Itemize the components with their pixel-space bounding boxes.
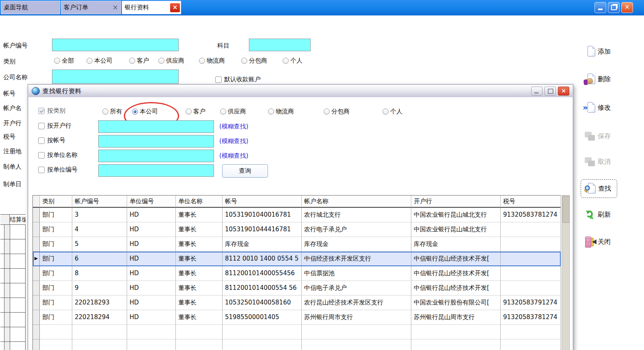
mini-table-row[interactable] bbox=[0, 269, 26, 283]
table-row[interactable]: 部门4HD董事长10531901044416781农行电子承兑户中国农业银行昆山… bbox=[33, 222, 561, 237]
sidebar-button-label: 取消 bbox=[598, 158, 611, 166]
tab-1[interactable]: 桌面导航 bbox=[1, 1, 60, 14]
query-button[interactable]: 查询 bbox=[222, 164, 268, 178]
tab-bar: 桌面导航客户订单×银行资料× × bbox=[0, 0, 644, 15]
filter-input-按帐号[interactable] bbox=[98, 135, 214, 148]
filter-checkbox-按帐号[interactable]: 按帐号 bbox=[38, 137, 65, 144]
form-radio-物流商[interactable]: 物流商 bbox=[199, 57, 225, 65]
table-row[interactable]: 部门9HD董事长8112001014000554 56中信电子承兑户中信银行昆山… bbox=[33, 281, 561, 296]
mini-cell bbox=[10, 283, 26, 298]
filter-checkbox-按单位名称[interactable]: 按单位名称 bbox=[38, 151, 78, 159]
sidebar-button-查找[interactable]: 查找 bbox=[581, 179, 617, 198]
form-radio-全部[interactable]: 全部 bbox=[54, 57, 74, 65]
filter-input-按单位编号[interactable] bbox=[98, 164, 214, 177]
table-row[interactable]: 部门3HD董事长10531901040016781农行城北支行中国农业银行昆山城… bbox=[33, 208, 561, 222]
form-radio-客户[interactable]: 客户 bbox=[129, 57, 149, 65]
column-header-帐户编号[interactable]: 帐户编号 bbox=[72, 196, 127, 208]
table-cell: 部门 bbox=[40, 310, 72, 325]
dialog-close-button[interactable]: × bbox=[558, 87, 569, 96]
dialog-radio-分包商[interactable]: 分包商 bbox=[324, 108, 350, 115]
mini-cell bbox=[10, 298, 26, 313]
mini-table-row[interactable] bbox=[0, 225, 26, 239]
mini-table-row[interactable] bbox=[0, 313, 26, 327]
table-cell: 董事长 bbox=[176, 310, 223, 325]
sidebar-button-保存[interactable]: 保存 bbox=[584, 130, 611, 142]
column-header-单位名称[interactable]: 单位名称 bbox=[176, 196, 223, 208]
subject-input[interactable] bbox=[249, 39, 311, 51]
radio-label: 客户 bbox=[137, 57, 149, 65]
column-header-帐户名称[interactable]: 帐户名称 bbox=[302, 196, 411, 208]
mini-table-row[interactable] bbox=[0, 298, 26, 313]
minimize-icon bbox=[598, 9, 603, 10]
dialog-radio-个人[interactable]: 个人 bbox=[383, 108, 402, 115]
filter-input-按开户行[interactable] bbox=[98, 120, 214, 133]
window-minimize-button[interactable] bbox=[594, 2, 606, 13]
mini-table-row[interactable] bbox=[0, 327, 26, 342]
table-cell: 8112001014000554 56 bbox=[223, 281, 302, 296]
table-cell: 10531901044416781 bbox=[223, 222, 302, 237]
dialog-titlebar[interactable]: 查找银行资料 × bbox=[28, 85, 573, 98]
table-row[interactable]: 部门5HD董事长库存现金库存现金库存现金 bbox=[33, 237, 561, 252]
save-folder-icon bbox=[584, 130, 596, 142]
dialog-radio-本公司[interactable]: 本公司 bbox=[132, 108, 158, 115]
scrollbar-thumb[interactable] bbox=[562, 196, 570, 223]
sidebar-button-添加[interactable]: 添加 bbox=[584, 46, 611, 58]
radio-icon bbox=[241, 58, 247, 64]
dialog-maximize-button[interactable] bbox=[545, 87, 556, 96]
account-no-input[interactable] bbox=[52, 39, 179, 51]
sidebar-button-刷新[interactable]: 刷新 bbox=[584, 209, 611, 221]
vertical-scrollbar[interactable] bbox=[562, 195, 570, 350]
column-header-开户行[interactable]: 开户行 bbox=[411, 196, 501, 208]
company-name-label: 公司名称 bbox=[3, 74, 28, 81]
by-category-checkbox[interactable]: 按类别 bbox=[38, 107, 65, 115]
mini-table-row[interactable] bbox=[0, 283, 26, 298]
tab-close-icon[interactable]: × bbox=[112, 4, 118, 11]
column-header-税号[interactable]: 税号 bbox=[501, 196, 561, 208]
table-row[interactable]: 部门8HD董事长811200101400055456中信票据池中信银行昆山经济技… bbox=[33, 266, 561, 281]
column-header-单位编号[interactable]: 单位编号 bbox=[127, 196, 176, 208]
mini-cell bbox=[10, 342, 26, 350]
table-row[interactable]: 部门220218293HD董事长10532501040058160农行昆山经济技… bbox=[33, 296, 561, 310]
radio-label: 个人 bbox=[290, 57, 303, 65]
restore-icon bbox=[611, 5, 617, 10]
window-restore-button[interactable] bbox=[608, 2, 620, 13]
dialog-radio-客户[interactable]: 客户 bbox=[186, 108, 205, 115]
filter-label: 按单位编号 bbox=[47, 166, 78, 174]
dialog-minimize-button[interactable] bbox=[531, 87, 542, 96]
mini-table-row[interactable] bbox=[0, 342, 26, 350]
sidebar-button-删除[interactable]: 删除 bbox=[584, 73, 611, 85]
sidebar-button-关闭[interactable]: 关闭 bbox=[584, 236, 611, 248]
form-radio-本公司[interactable]: 本公司 bbox=[86, 57, 112, 65]
dialog-radio-物流商[interactable]: 物流商 bbox=[268, 108, 294, 115]
table-cell: 91320583791274 bbox=[501, 296, 561, 310]
dialog-radio-供应商[interactable]: 供应商 bbox=[220, 108, 246, 115]
filter-checkbox-按开户行[interactable]: 按开户行 bbox=[38, 122, 71, 130]
table-row[interactable]: 部门220218294HD董事长51985500001405苏州银行周市支行苏州… bbox=[33, 310, 561, 325]
form-radio-个人[interactable]: 个人 bbox=[283, 57, 303, 65]
tab-close-button[interactable]: × bbox=[170, 3, 180, 13]
dialog-radio-所有[interactable]: 所有 bbox=[102, 108, 122, 115]
sidebar-button-修改[interactable]: »修改 bbox=[584, 102, 611, 114]
default-receipt-checkbox[interactable]: 默认收款账户 bbox=[215, 76, 261, 83]
find-magnifier-icon bbox=[584, 183, 596, 195]
sidebar-button-取消[interactable]: 取消 bbox=[584, 156, 611, 168]
form-radio-分包商[interactable]: 分包商 bbox=[241, 57, 267, 65]
tab-2[interactable]: 客户订单× bbox=[61, 1, 121, 14]
form-radio-供应商[interactable]: 供应商 bbox=[158, 57, 184, 65]
company-name-input[interactable] bbox=[52, 70, 179, 84]
filter-input-按单位名称[interactable] bbox=[98, 150, 214, 162]
table-row[interactable]: ▶部门6HD董事长8112 0010 1400 0554 5中信经济技术开发区支… bbox=[33, 252, 561, 266]
mini-table-row[interactable] bbox=[0, 254, 26, 269]
window-close-button[interactable]: × bbox=[621, 2, 633, 13]
filter-checkbox-按单位编号[interactable]: 按单位编号 bbox=[38, 166, 78, 174]
table-row[interactable] bbox=[33, 339, 561, 350]
mini-table-row[interactable] bbox=[0, 239, 26, 254]
delete-hand-icon bbox=[584, 73, 596, 85]
table-row[interactable] bbox=[33, 325, 561, 339]
column-header-类别[interactable]: 类别 bbox=[40, 196, 72, 208]
radio-icon bbox=[102, 109, 108, 115]
sidebar-button-label: 保存 bbox=[598, 132, 611, 141]
radio-icon bbox=[324, 109, 330, 115]
column-header-帐号[interactable]: 帐号 bbox=[223, 196, 302, 208]
cancel-folder-icon bbox=[584, 156, 596, 168]
